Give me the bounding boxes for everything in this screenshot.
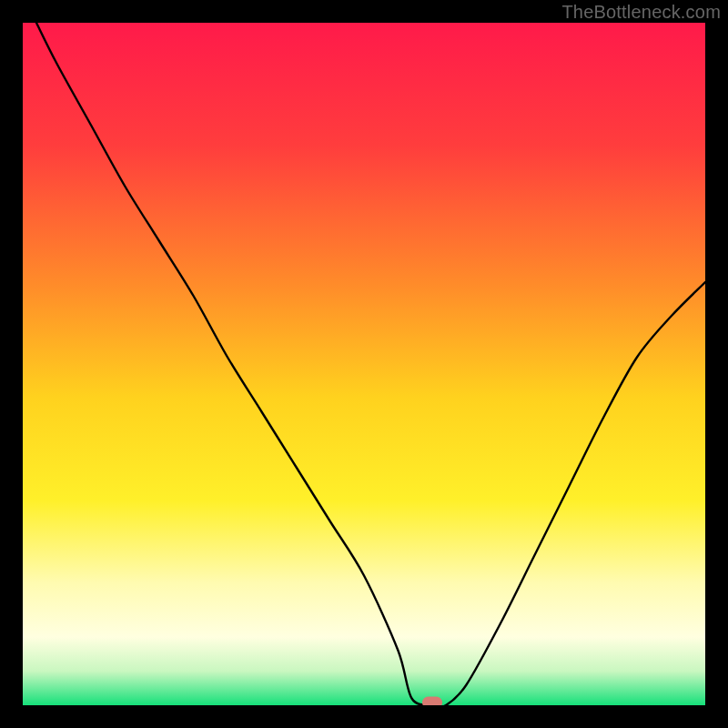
gradient-background xyxy=(23,23,705,705)
plot-area xyxy=(23,23,705,705)
watermark-text: TheBottleneck.com xyxy=(561,2,721,23)
chart-frame: TheBottleneck.com xyxy=(0,0,728,728)
bottleneck-chart xyxy=(23,23,705,705)
optimal-point-marker xyxy=(422,697,442,706)
